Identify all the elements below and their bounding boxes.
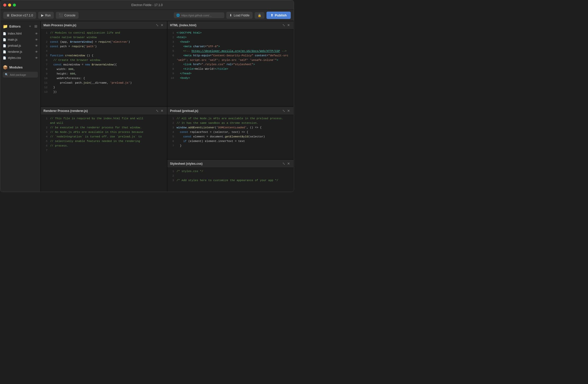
right-bottom-stack: Preload (preload.js) ⤡ ✕ 1 // All of the… [167,107,294,192]
stylesheet-header: Stylesheet (styles.css) ⤡ ✕ [167,160,293,168]
globe-icon: 🌐 [176,14,180,17]
run-button[interactable]: ▶ Run [38,12,54,19]
sidebar: 📁 Editors ＋ ⊞ 📄 index.html 👁 📄 main.js 👁… [0,21,41,192]
add-package-placeholder: Add package [10,73,26,76]
close-renderer-button[interactable]: ✕ [160,108,164,113]
file-list: 📄 index.html 👁 📄 main.js 👁 📄 preload.js … [0,31,40,61]
code-line: 4 // `nodeIntegration` is turned off. Us… [41,135,167,139]
traffic-lights [3,4,16,7]
editors-area: Main Process (main.js) ⤡ ✕ 1 // Modules … [41,21,294,192]
editors-label: Editors [9,25,26,28]
file-item-preload-js[interactable]: 📄 preload.js 👁 [0,43,40,49]
code-line: 9 height: 600, [41,72,167,76]
code-line: 5 function createWindow () { [41,54,167,58]
expand-main-button[interactable]: ⤡ [155,23,160,28]
console-button[interactable]: ⬛ Console [56,12,79,19]
modules-label: Modules [9,65,23,69]
eye-icon: 👁 [35,50,38,53]
electron-version-label: Electron v17.1.0 [11,14,33,17]
close-button[interactable] [3,4,6,7]
file-name: main.js [8,38,34,41]
expand-preload-button[interactable]: ⤡ [281,108,286,113]
close-preload-button[interactable]: ✕ [286,108,291,113]
toolbar: 🖥 Electron v17.1.0 ▶ Run ⬛ Console 🌐 htt… [0,10,294,21]
stylesheet-content[interactable]: 1 /* styles.css */ 2 3 /* Add styles her… [167,168,293,192]
electron-version-button[interactable]: 🖥 Electron v17.1.0 [3,12,36,19]
html-editor-content[interactable]: 1 <!DOCTYPE html> 2 <html> 3 <head> 4 <m… [167,29,293,106]
load-fiddle-label: Load Fiddle [234,14,250,17]
file-item-index-html[interactable]: 📄 index.html 👁 [0,31,40,37]
close-stylesheet-button[interactable]: ✕ [286,161,291,166]
maximize-button[interactable] [13,4,16,7]
add-file-button[interactable]: ＋ [28,23,32,29]
file-name: renderer.js [8,50,34,54]
stylesheet-title: Stylesheet (styles.css) [170,162,281,165]
file-icon: 📄 [3,56,6,60]
publish-button[interactable]: ⬆ Publish [266,12,291,19]
expand-stylesheet-button[interactable]: ⤡ [281,161,286,166]
code-line: 6 if (element) element.innerText = text [167,139,293,144]
minimize-button[interactable] [8,4,11,7]
code-line: 1 // All of the Node.js APIs are availab… [167,116,293,121]
close-main-button[interactable]: ✕ [160,23,164,28]
window-title: Electron Fiddle - 17.1.0 [131,3,163,7]
file-name: preload.js [8,44,34,47]
code-line: 5 // selectively enable features needed … [41,139,167,144]
lock-icon-button[interactable]: 🔒 [255,12,264,19]
code-line: 2 // be executed in the renderer process… [41,126,167,130]
publish-icon: ⬆ [271,13,273,17]
code-line: 1 /* styles.css */ [167,169,293,174]
file-item-main-js[interactable]: 📄 main.js 👁 [0,37,40,43]
console-icon: ⬛ [59,13,63,17]
close-html-button[interactable]: ✕ [286,23,291,28]
file-icon: 📄 [3,38,6,41]
expand-html-button[interactable]: ⤡ [281,23,286,28]
code-line: 1 // Modules to control application life… [41,31,167,35]
add-package-input[interactable]: 🔍 Add package [3,72,38,78]
code-line: 6 <meta http-equiv="Content-Security-Pol… [167,54,293,62]
file-icon: 📄 [3,50,6,54]
code-line: 1 // This file is required by the index.… [41,116,167,121]
code-line: 6 // process. [41,144,167,148]
code-line: 5 const element = document.getElementByI… [167,135,293,139]
lock-icon: 🔒 [258,14,261,17]
load-fiddle-button[interactable]: ⬇ Load Fiddle [226,12,253,19]
code-line: 2 const {app, BrowserWindow} = require('… [41,40,167,44]
code-line: 8 width: 800, [41,67,167,72]
code-line: 12 } [41,85,167,90]
console-label: Console [64,14,76,17]
html-editor-title: HTML (index.html) [170,23,281,27]
renderer-content[interactable]: 1 // This file is required by the index.… [41,115,167,192]
code-line: and will [41,121,167,126]
file-item-styles-css[interactable]: 📄 styles.css 👁 [0,55,40,61]
preload-header: Preload (preload.js) ⤡ ✕ [167,107,293,115]
file-icon: 📄 [3,44,6,47]
code-line: 4 const replaceText = (selector, text) =… [167,130,293,135]
file-item-renderer-js[interactable]: 📄 renderer.js 👁 [0,49,40,55]
main-layout: 📁 Editors ＋ ⊞ 📄 index.html 👁 📄 main.js 👁… [0,21,294,192]
code-line: 10 webPreferences: { [41,76,167,81]
code-line: 3 const path = require('path') [41,44,167,49]
code-line: 3 <head> [167,40,293,44]
publish-label: Publish [275,13,287,17]
main-process-content[interactable]: 1 // Modules to control application life… [41,29,167,106]
expand-renderer-button[interactable]: ⤡ [155,108,160,113]
eye-icon: 👁 [35,32,38,35]
code-line: 10 <body> [167,76,293,81]
renderer-header: Renderer Process (renderer.js) ⤡ ✕ [41,107,167,115]
code-line: 3 // No Node.js APIs are available in th… [41,130,167,135]
main-process-title: Main Process (main.js) [43,23,155,27]
download-icon: ⬇ [229,13,232,17]
run-label: Run [45,14,51,17]
modules-header: 📦 Modules [3,65,38,70]
electron-icon: 🖥 [6,13,10,17]
grid-view-button[interactable]: ⊞ [34,24,38,29]
code-line: 13 }) [41,90,167,94]
file-icon: 📄 [3,32,6,35]
renderer-editor: Renderer Process (renderer.js) ⤡ ✕ 1 // … [41,107,167,192]
stylesheet-editor: Stylesheet (styles.css) ⤡ ✕ 1 /* styles.… [167,159,294,192]
run-icon: ▶ [41,13,44,17]
preload-content[interactable]: 1 // All of the Node.js APIs are availab… [167,115,293,159]
html-editor-header: HTML (index.html) ⤡ ✕ [167,21,293,29]
code-line: 2 <html> [167,35,293,40]
